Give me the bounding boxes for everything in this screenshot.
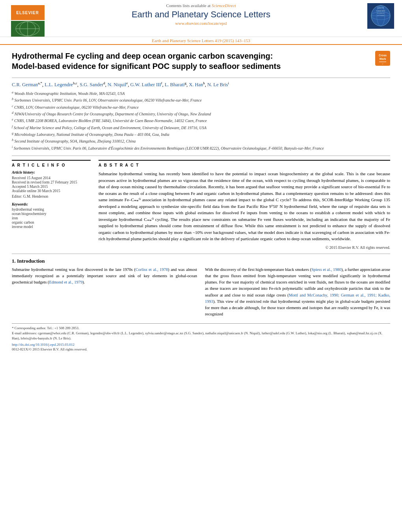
sciencedirect-link[interactable]: ScienceDirect	[212, 3, 236, 8]
introduction-col-right: With the discovery of the first high-tem…	[205, 267, 390, 320]
journal-url[interactable]: www.elsevier.com/locate/epsl	[51, 21, 351, 26]
article-title-section: Hydrothermal Fe cycling and deep ocean o…	[12, 51, 390, 78]
svg-text:✓: ✓	[382, 63, 383, 65]
received-date: Received 15 August 2014	[12, 176, 91, 180]
keyword-4: organic carbon	[12, 221, 91, 224]
author-bharati: L. Bharati	[165, 82, 185, 87]
article-title: Hydrothermal Fe cycling and deep ocean o…	[12, 51, 369, 71]
doi-line[interactable]: http://dx.doi.org/10.1016/j.epsl.2015.03…	[12, 343, 390, 347]
footnotes-section: * Corresponding author. Tel.: +1 508 289…	[12, 323, 390, 341]
received-revised-date: Received in revised form 27 February 201…	[12, 180, 91, 184]
article-history-label: Article history:	[12, 171, 91, 174]
available-online-date: Available online 30 March 2015	[12, 189, 91, 193]
citation-corliss[interactable]: Corliss et al., 1978	[136, 267, 168, 272]
abstract-copyright: © 2015 Elsevier R.V. All rights reserved…	[99, 245, 390, 250]
footnote-emails: E-mail addresses: cgerman@whoi.edu (C.R.…	[12, 331, 390, 341]
elsevier-logo-area: ELSEVIER	[8, 3, 47, 37]
section-divider	[12, 254, 390, 254]
accepted-date: Accepted 5 March 2015	[12, 185, 91, 189]
keywords-section: Keywords: hydrothermal venting ocean bio…	[12, 202, 91, 229]
article-content: Hydrothermal Fe cycling and deep ocean o…	[0, 45, 402, 355]
svg-text:Cross: Cross	[379, 54, 387, 57]
journal-issue-line: Earth and Planetary Science Letters 419 …	[0, 37, 402, 45]
intro-right-para1: With the discovery of the first high-tem…	[205, 267, 390, 318]
article-title-text: Hydrothermal Fe cycling and deep ocean o…	[12, 51, 369, 74]
author-lebris: N. Le Bris	[207, 82, 228, 87]
abstract-text: Submarine hydrothermal venting has recen…	[99, 171, 390, 242]
authors-line: C.R. Germana,*, L.L. Legendreb,c, S.G. S…	[12, 81, 390, 88]
contents-line: Contents lists available at ScienceDirec…	[51, 3, 351, 8]
intro-left-para1: Submarine hydrothermal venting was first…	[12, 267, 197, 286]
author-niquil: N. Niquil	[108, 82, 126, 87]
author-legendre: L.L. Legendre	[45, 82, 73, 87]
article-info-title: A R T I C L E I N F O	[12, 163, 91, 167]
earth-journal-logo: EARTH PLANETARY SCIENCE LETTERS	[367, 3, 394, 29]
svg-text:EARTH: EARTH	[378, 7, 384, 9]
abstract-title: A B S T R A C T	[99, 163, 390, 167]
keyword-2: ocean biogeochemistry	[12, 212, 91, 216]
footnote-corresponding: * Corresponding author. Tel.: +1 508 289…	[12, 326, 390, 331]
article-info-column: A R T I C L E I N F O Article history: R…	[12, 160, 91, 250]
article-info-section: A R T I C L E I N F O Article history: R…	[12, 160, 91, 229]
svg-text:SCIENCE: SCIENCE	[377, 12, 384, 14]
keyword-1: hydrothermal venting	[12, 208, 91, 211]
abstract-section: A B S T R A C T Submarine hydrothermal v…	[99, 160, 390, 250]
page: ELSEVIER Contents lists available at Sci…	[0, 0, 402, 532]
section-title-introduction: 1. Introduction	[12, 258, 390, 264]
svg-text:Mark: Mark	[380, 57, 386, 60]
crossmark-badge[interactable]: Cross Mark ✓	[375, 51, 390, 66]
citation-mottl[interactable]: Mottl and McConachy, 1990; German et al.…	[205, 293, 390, 304]
editor-info: Editor: G.M. Henderson	[12, 195, 91, 198]
journal-header-center: Contents lists available at ScienceDirec…	[47, 3, 355, 26]
introduction-body: Submarine hydrothermal venting was first…	[12, 267, 390, 320]
keyword-3: iron	[12, 216, 91, 220]
citation-spiess[interactable]: Spiess et al., 1980	[311, 267, 341, 272]
keywords-label: Keywords:	[12, 202, 91, 206]
journal-header: ELSEVIER Contents lists available at Sci…	[0, 0, 402, 37]
journal-logo-area: EARTH PLANETARY SCIENCE LETTERS	[355, 3, 394, 29]
article-body-columns: A R T I C L E I N F O Article history: R…	[12, 160, 390, 250]
author-luther: G.W. Luther III	[130, 82, 161, 87]
elsevier-wordmark: ELSEVIER	[16, 11, 39, 15]
abstract-column: A B S T R A C T Submarine hydrothermal v…	[99, 160, 390, 250]
citation-edmond[interactable]: Edmond et al., 1979	[49, 280, 82, 284]
journal-title-header: Earth and Planetary Science Letters	[51, 9, 351, 20]
svg-text:PLANETARY: PLANETARY	[376, 10, 385, 12]
introduction-col-left: Submarine hydrothermal venting was first…	[12, 267, 197, 320]
author-han: X. Han	[189, 82, 203, 87]
svg-text:LETTERS: LETTERS	[377, 15, 384, 17]
keyword-5: inverse model	[12, 225, 91, 229]
affiliations: a Woods Hole Oceanographic Institution, …	[12, 90, 390, 156]
copyright-footer: 0012-821X/© 2015 Elsevier B.V. All right…	[12, 347, 390, 351]
author-sander: S.G. Sander	[80, 82, 103, 87]
author-german: C.R. German	[12, 82, 38, 87]
